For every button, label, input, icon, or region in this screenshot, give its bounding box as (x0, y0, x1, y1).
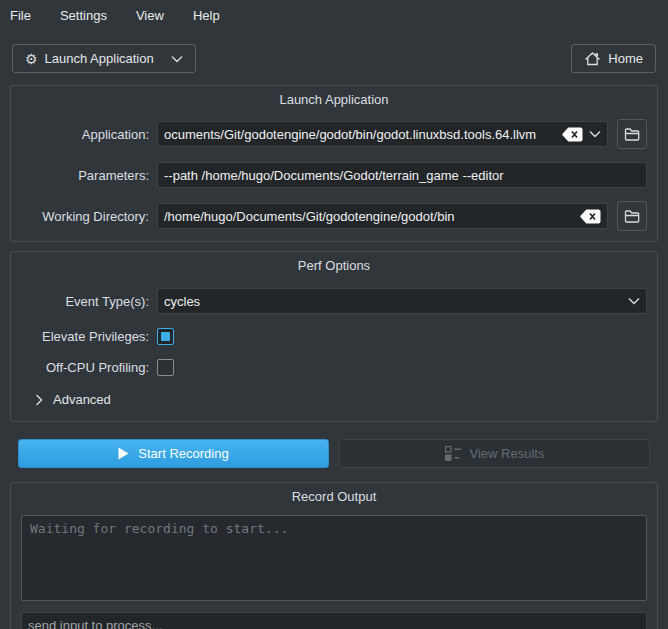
application-value: ocuments/Git/godotengine/godot/bin/godot… (164, 127, 556, 142)
home-button-label: Home (608, 51, 643, 66)
chevron-down-icon (171, 55, 183, 63)
parameters-label: Parameters: (21, 168, 149, 183)
view-results-button[interactable]: View Results (339, 439, 650, 468)
application-label: Application: (21, 127, 149, 142)
folder-icon (624, 127, 640, 141)
working-directory-input[interactable]: /home/hugo/Documents/Git/godotengine/god… (157, 203, 608, 229)
view-results-icon (445, 446, 461, 461)
menu-help[interactable]: Help (183, 4, 230, 27)
menu-view[interactable]: View (126, 4, 174, 27)
menu-file[interactable]: File (10, 4, 41, 27)
menu-settings[interactable]: Settings (50, 4, 117, 27)
start-recording-button[interactable]: Start Recording (18, 439, 329, 468)
application-browse-button[interactable] (617, 119, 647, 149)
actions-row: Start Recording View Results (18, 439, 650, 468)
gear-icon: ⚙ (25, 52, 38, 66)
profile-selector-label: Launch Application (45, 51, 154, 66)
application-combobox[interactable]: ocuments/Git/godotengine/godot/bin/godot… (157, 121, 608, 147)
event-type-label: Event Type(s): (21, 294, 149, 309)
working-directory-browse-button[interactable] (617, 201, 647, 231)
home-icon (584, 51, 601, 67)
elevate-privileges-label: Elevate Privileges: (21, 329, 149, 344)
home-button[interactable]: Home (571, 44, 656, 73)
event-type-combobox[interactable]: cycles (157, 288, 647, 314)
start-recording-label: Start Recording (138, 446, 228, 461)
advanced-label: Advanced (53, 392, 111, 407)
folder-icon (624, 209, 640, 223)
clear-text-icon[interactable] (562, 127, 583, 142)
record-output-textarea[interactable]: Waiting for recording to start... (21, 515, 647, 601)
perf-group-title: Perf Options (21, 252, 647, 273)
chevron-down-icon[interactable] (589, 130, 601, 138)
record-output-text: Waiting for recording to start... (30, 521, 288, 536)
record-output-group: Record Output Waiting for recording to s… (10, 482, 658, 629)
send-input-field[interactable] (21, 612, 647, 629)
event-type-value: cycles (164, 294, 622, 309)
parameters-input[interactable] (157, 162, 647, 188)
offcpu-profiling-label: Off-CPU Profiling: (21, 360, 149, 375)
toolbar: ⚙ Launch Application Home (12, 44, 656, 73)
menubar: File Settings View Help (0, 0, 668, 30)
advanced-expander[interactable]: Advanced (35, 392, 647, 407)
profile-selector-dropdown[interactable]: ⚙ Launch Application (12, 44, 196, 73)
chevron-down-icon[interactable] (628, 297, 640, 305)
play-icon (118, 447, 129, 460)
chevron-right-icon (35, 394, 43, 406)
launch-group-title: Launch Application (21, 86, 647, 107)
record-group-title: Record Output (21, 483, 647, 504)
perf-options-group: Perf Options Event Type(s): cycles Eleva… (10, 251, 658, 422)
launch-application-group: Launch Application Application: ocuments… (10, 85, 658, 242)
view-results-label: View Results (470, 446, 545, 461)
elevate-privileges-checkbox[interactable] (157, 328, 174, 345)
working-directory-value: /home/hugo/Documents/Git/godotengine/god… (164, 209, 574, 224)
offcpu-profiling-checkbox[interactable] (157, 359, 174, 376)
clear-text-icon[interactable] (580, 209, 601, 224)
working-directory-label: Working Directory: (21, 209, 149, 224)
